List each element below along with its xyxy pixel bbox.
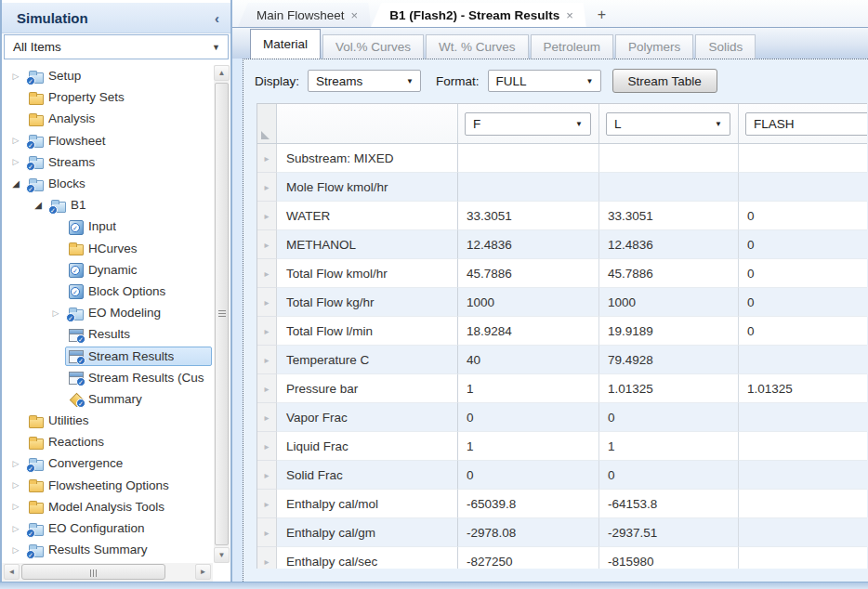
sidebar-item-results[interactable]: Results <box>2 323 212 345</box>
cell-flash[interactable]: 0 <box>739 230 867 259</box>
cell-flash[interactable]: 0 <box>739 288 867 317</box>
cell-l[interactable] <box>599 144 739 173</box>
horizontal-scroll-thumb[interactable] <box>21 564 165 580</box>
cell-l[interactable]: -2937.51 <box>599 518 739 547</box>
stream-table-button[interactable]: Stream Table <box>612 69 717 93</box>
sidebar-item-analysis[interactable]: Analysis <box>2 108 212 129</box>
cell-flash[interactable]: 1.01325 <box>739 374 867 403</box>
cell-f[interactable]: -827250 <box>458 547 599 569</box>
cell-flash[interactable] <box>739 346 867 374</box>
row-selector[interactable]: ▸ <box>257 173 277 202</box>
row-label[interactable]: Temperature C <box>277 346 458 374</box>
expander-icon[interactable] <box>7 459 25 468</box>
expander-icon[interactable] <box>46 308 65 318</box>
cell-f[interactable]: 1 <box>458 432 599 461</box>
row-selector[interactable]: ▸ <box>257 288 277 317</box>
row-label[interactable]: Vapor Frac <box>277 403 458 432</box>
cell-l[interactable]: 0 <box>599 403 739 432</box>
cell-flash[interactable]: 0 <box>739 202 867 230</box>
expander-icon[interactable] <box>7 178 25 189</box>
sidebar-item-stream-results[interactable]: Stream Results <box>2 345 212 366</box>
expander-icon[interactable] <box>7 157 25 166</box>
cell-l[interactable]: 45.7886 <box>599 259 739 288</box>
cell-f[interactable]: 33.3051 <box>458 202 599 230</box>
select-all-corner[interactable] <box>257 104 277 143</box>
row-label[interactable]: Total Flow kmol/hr <box>277 259 458 288</box>
cell-f[interactable]: 18.9284 <box>458 317 599 346</box>
column-select-flash[interactable]: FLASH ▼ <box>745 112 867 136</box>
cell-l[interactable]: 1.01325 <box>599 374 739 403</box>
cell-flash[interactable] <box>739 144 867 173</box>
format-select[interactable]: FULL ▼ <box>488 70 601 92</box>
sidebar-item-input[interactable]: Input <box>2 216 212 237</box>
row-label[interactable]: Total Flow l/min <box>277 317 458 346</box>
scroll-down-icon[interactable]: ▼ <box>214 547 230 563</box>
sidebar-item-property-sets[interactable]: Property Sets <box>2 86 212 108</box>
cell-l[interactable]: -815980 <box>599 547 739 569</box>
tab-solids[interactable]: Solids <box>695 34 756 59</box>
sidebar-item-utilities[interactable]: Utilities <box>2 410 212 431</box>
expander-icon[interactable] <box>7 480 25 490</box>
vertical-scroll-thumb[interactable] <box>215 83 229 545</box>
row-selector[interactable]: ▸ <box>257 547 277 569</box>
row-label[interactable]: Mole Flow kmol/hr <box>277 173 458 202</box>
row-label[interactable]: Enthalpy cal/mol <box>277 490 458 518</box>
cell-l[interactable]: 12.4836 <box>599 230 739 259</box>
tab-b1-stream-results[interactable]: B1 (Flash2) - Stream Results × <box>371 3 586 27</box>
cell-flash[interactable]: 0 <box>739 317 867 346</box>
expander-icon[interactable] <box>7 72 25 81</box>
expander-icon[interactable] <box>7 524 25 533</box>
row-selector[interactable]: ▸ <box>257 461 277 490</box>
cell-l[interactable]: -64153.8 <box>599 490 739 518</box>
cell-l[interactable]: 79.4928 <box>599 346 739 374</box>
sidebar-item-hcurves[interactable]: HCurves <box>2 238 212 259</box>
sidebar-item-stream-results-custom[interactable]: Stream Results (Cus <box>2 367 212 388</box>
cell-f[interactable]: 12.4836 <box>458 230 599 259</box>
cell-flash[interactable] <box>739 403 867 432</box>
sidebar-item-results-summary[interactable]: Results Summary <box>2 539 212 560</box>
row-selector[interactable]: ▸ <box>257 490 277 518</box>
column-select-l[interactable]: L ▼ <box>606 112 730 136</box>
row-selector[interactable]: ▸ <box>257 346 277 374</box>
row-selector[interactable]: ▸ <box>257 144 277 173</box>
tab-petroleum[interactable]: Petroleum <box>531 34 614 59</box>
tab-wt-percent-curves[interactable]: Wt. % Curves <box>426 34 529 59</box>
row-label[interactable]: Solid Frac <box>277 461 458 490</box>
new-tab-icon[interactable]: + <box>598 7 606 23</box>
cell-f[interactable] <box>458 173 599 202</box>
sidebar-item-eo-modeling[interactable]: EO Modeling <box>2 302 212 323</box>
cell-f[interactable]: 1 <box>458 374 599 403</box>
tree-horizontal-scrollbar[interactable]: ◄ ► <box>2 563 213 582</box>
collapse-pane-icon[interactable]: ‹ <box>215 10 219 26</box>
row-label[interactable]: Pressure bar <box>277 374 458 403</box>
row-selector[interactable]: ▸ <box>257 202 277 230</box>
cell-f[interactable]: 0 <box>458 461 599 490</box>
row-selector[interactable]: ▸ <box>257 317 277 346</box>
scroll-left-icon[interactable]: ◄ <box>4 564 20 580</box>
sidebar-item-b1[interactable]: B1 <box>2 194 212 216</box>
cell-l[interactable]: 1 <box>599 432 739 461</box>
expander-icon[interactable] <box>7 502 25 511</box>
tab-main-flowsheet[interactable]: Main Flowsheet × <box>238 3 371 27</box>
row-selector[interactable]: ▸ <box>257 432 277 461</box>
row-label[interactable]: Enthalpy cal/sec <box>277 547 458 569</box>
tab-material[interactable]: Material <box>250 29 321 59</box>
close-icon[interactable]: × <box>566 8 573 22</box>
cell-l[interactable]: 19.9189 <box>599 317 739 346</box>
sidebar-item-model-analysis-tools[interactable]: Model Analysis Tools <box>2 496 212 517</box>
tree-vertical-scrollbar[interactable]: ▲ ▼ <box>214 65 230 563</box>
row-selector[interactable]: ▸ <box>257 259 277 288</box>
row-label[interactable]: Total Flow kg/hr <box>277 288 458 317</box>
cell-f[interactable]: 40 <box>458 346 599 374</box>
row-label[interactable]: METHANOL <box>277 230 458 259</box>
cell-f[interactable]: 0 <box>458 403 599 432</box>
tab-polymers[interactable]: Polymers <box>615 34 693 59</box>
cell-flash[interactable] <box>739 490 867 518</box>
filter-combobox[interactable]: All Items ▼ <box>4 34 229 59</box>
sidebar-item-flowsheet[interactable]: Flowsheet <box>2 130 212 151</box>
row-selector[interactable]: ▸ <box>257 374 277 403</box>
tab-vol-percent-curves[interactable]: Vol.% Curves <box>322 34 424 59</box>
close-icon[interactable]: × <box>351 8 359 22</box>
row-selector[interactable]: ▸ <box>257 230 277 259</box>
cell-f[interactable]: -65039.8 <box>458 490 599 518</box>
